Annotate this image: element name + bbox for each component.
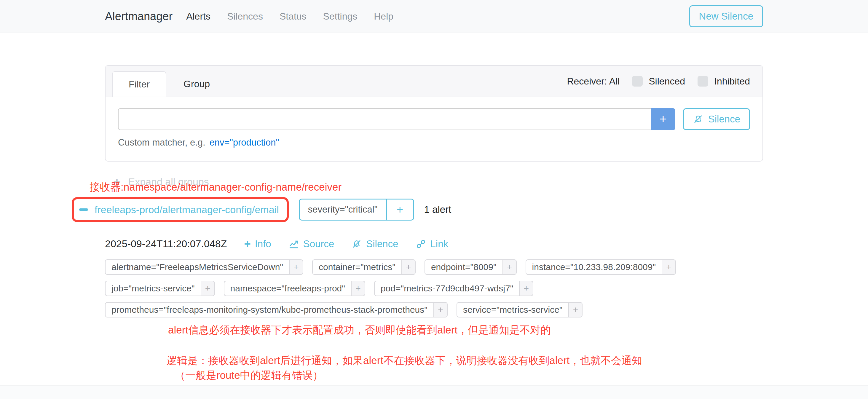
matcher-input[interactable] [118, 108, 651, 130]
group-matcher-label[interactable]: severity="critical" [300, 200, 386, 220]
annotation-alert-note: alert信息必须在接收器下才表示配置成功，否则即使能看到alert，但是通知是… [168, 324, 763, 336]
main-container: Filter Group Receiver: All Silenced Inhi… [105, 65, 763, 383]
silenced-checkbox[interactable] [632, 76, 643, 87]
label-row: alertname="FreeleapsMetricsServiceDown" … [105, 259, 763, 275]
label-chip-instance: instance="10.233.98.209:8009" + [526, 259, 676, 275]
label-chip-prometheus: prometheus="freeleaps-monitoring-system/… [105, 302, 447, 317]
label-chip-add-button[interactable]: + [502, 259, 517, 275]
receiver-dropdown[interactable]: Receiver: All [567, 76, 620, 87]
label-chip-endpoint: endpoint="8009" + [425, 259, 517, 275]
label-row: job="metrics-service" + namespace="freel… [105, 281, 763, 296]
alert-info-button[interactable]: + Info [244, 238, 271, 250]
label-chip-container: container="metrics" + [312, 259, 415, 275]
annotation-highlight-box: freeleaps-prod/alertmanager-config/email [72, 197, 289, 222]
alert-source-link[interactable]: Source [288, 238, 334, 250]
label-chip-text: instance="10.233.98.209:8009" [526, 259, 662, 275]
label-chip-add-button[interactable]: + [201, 281, 215, 296]
alert-count: 1 alert [424, 204, 452, 215]
silence-button[interactable]: Silence [683, 108, 750, 130]
alert-timestamp: 2025-09-24T11:20:07.048Z [105, 238, 227, 250]
alert-silence-button[interactable]: Silence [351, 238, 398, 250]
label-chip-text: prometheus="freeleaps-monitoring-system/… [105, 302, 433, 317]
plus-icon: + [244, 239, 250, 249]
annotation-logic-note: 逻辑是：接收器收到alert后进行通知，如果alert不在接收器下，说明接收器没… [166, 353, 763, 383]
label-chip-add-button[interactable]: + [289, 259, 303, 275]
nav-item-status[interactable]: Status [280, 11, 307, 22]
label-chip-add-button[interactable]: + [351, 281, 365, 296]
label-chip-add-button[interactable]: + [401, 259, 415, 275]
label-chip-text: endpoint="8009" [425, 259, 502, 275]
label-chip-job: job="metrics-service" + [105, 281, 215, 296]
filter-tabs: Filter Group [112, 71, 227, 97]
navbar-inner: Alertmanager Alerts Silences Status Sett… [105, 5, 763, 27]
label-chip-text: service="metrics-service" [457, 302, 568, 317]
bell-slash-icon [693, 114, 704, 124]
label-chip-text: container="metrics" [312, 259, 401, 275]
tab-filter[interactable]: Filter [112, 71, 166, 97]
label-chip-service: service="metrics-service" + [457, 302, 583, 317]
silenced-checkbox-wrap[interactable]: Silenced [632, 76, 685, 87]
label-chip-alertname: alertname="FreeleapsMetricsServiceDown" … [105, 259, 303, 275]
alert-info-label: Info [255, 238, 271, 250]
helper-example-link[interactable]: env="production" [210, 137, 279, 148]
alert-silence-label: Silence [366, 238, 398, 250]
label-chip-add-button[interactable]: + [568, 302, 583, 317]
alert-group-row: freeleaps-prod/alertmanager-config/email… [72, 197, 763, 222]
alert-link-button[interactable]: Link [415, 238, 448, 250]
label-chip-pod: pod="metrics-77d9cdb497-wdsj7" + [374, 281, 533, 296]
filter-header-controls: Receiver: All Silenced Inhibited [567, 66, 750, 97]
alert-header-row: 2025-09-24T11:20:07.048Z + Info Source [105, 238, 763, 250]
alert-link-label: Link [430, 238, 448, 250]
annotation-logic-line2: （一般是route中的逻辑有错误） [166, 368, 763, 383]
group-matcher-add-button[interactable]: + [386, 200, 413, 220]
inhibited-checkbox-wrap[interactable]: Inhibited [698, 76, 750, 87]
label-chip-add-button[interactable]: + [519, 281, 533, 296]
filter-card: Filter Group Receiver: All Silenced Inhi… [105, 65, 763, 161]
group-receiver-button[interactable]: freeleaps-prod/alertmanager-config/email [79, 202, 279, 217]
helper-text: Custom matcher, e.g. [118, 137, 206, 148]
alert-detail: 2025-09-24T11:20:07.048Z + Info Source [105, 238, 763, 317]
new-silence-button[interactable]: New Silence [689, 5, 763, 27]
label-chip-add-button[interactable]: + [433, 302, 447, 317]
label-chip-text: alertname="FreeleapsMetricsServiceDown" [105, 259, 289, 275]
inhibited-checkbox[interactable] [698, 76, 708, 87]
label-chip-text: namespace="freeleaps-prod" [224, 281, 351, 296]
chart-line-icon [288, 239, 299, 249]
nav-item-alerts[interactable]: Alerts [186, 11, 211, 22]
annotation-logic-line1: 逻辑是：接收器收到alert后进行通知，如果alert不在接收器下，说明接收器没… [166, 353, 763, 368]
nav-item-settings[interactable]: Settings [323, 11, 358, 22]
label-chip-text: pod="metrics-77d9cdb497-wdsj7" [374, 281, 519, 296]
alert-source-label: Source [303, 238, 334, 250]
label-chip-text: job="metrics-service" [105, 281, 201, 296]
group-matcher-chip: severity="critical" + [299, 198, 414, 220]
nav-item-help[interactable]: Help [374, 11, 393, 22]
footer-band [0, 386, 868, 399]
silenced-checkbox-label: Silenced [649, 76, 685, 87]
app-brand[interactable]: Alertmanager [105, 10, 173, 23]
chain-link-icon [415, 239, 426, 249]
inhibited-checkbox-label: Inhibited [714, 76, 750, 87]
tab-group[interactable]: Group [166, 71, 227, 97]
navbar: Alertmanager Alerts Silences Status Sett… [0, 0, 868, 33]
group-receiver-label: freeleaps-prod/alertmanager-config/email [95, 204, 279, 216]
annotation-receiver-note: 接收器:namespace/altermanager-config-name/r… [90, 181, 763, 193]
silence-button-label: Silence [708, 114, 740, 125]
filter-card-header: Filter Group Receiver: All Silenced Inhi… [105, 66, 763, 97]
matcher-helper: Custom matcher, e.g. env="production" [118, 137, 750, 148]
label-row: prometheus="freeleaps-monitoring-system/… [105, 302, 763, 317]
add-matcher-button[interactable]: + [651, 108, 675, 130]
minus-icon [79, 208, 88, 211]
matcher-input-row: + Silence [118, 108, 750, 130]
filter-card-body: + Silence Custom matcher, e.g. env="prod… [105, 97, 763, 161]
alert-labels: alertname="FreeleapsMetricsServiceDown" … [105, 259, 763, 317]
nav-item-silences[interactable]: Silences [227, 11, 263, 22]
label-chip-namespace: namespace="freeleaps-prod" + [224, 281, 365, 296]
nav-links: Alerts Silences Status Settings Help [186, 11, 393, 22]
bell-slash-icon [351, 239, 362, 249]
label-chip-add-button[interactable]: + [662, 259, 676, 275]
